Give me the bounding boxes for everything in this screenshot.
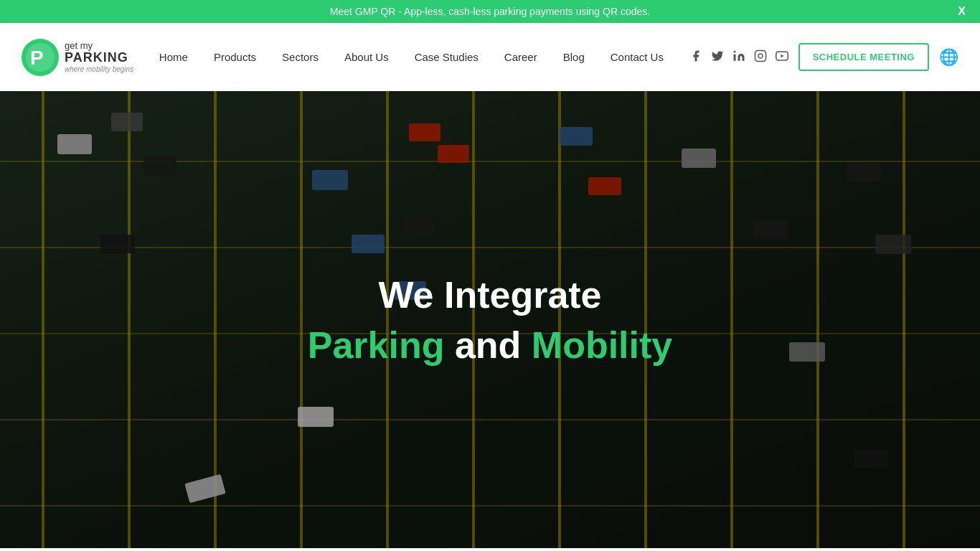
nav-right: SCHEDULE MEETING 🌐 [689,43,958,71]
hero-content: We Integrate Parking and Mobility [308,273,673,367]
nav-item-about-us[interactable]: About Us [331,44,402,70]
linkedin-icon[interactable] [732,50,745,65]
hero-section: We Integrate Parking and Mobility [0,91,980,548]
youtube-icon[interactable] [776,50,788,65]
facebook-icon[interactable] [689,50,702,65]
twitter-icon[interactable] [711,50,724,65]
nav-item-home[interactable]: Home [146,44,201,70]
hero-parking-word: Parking [308,324,445,366]
logo[interactable]: P get my PARKING where mobility begins [22,39,133,76]
announcement-bar: Meet GMP QR - App-less, cash-less parkin… [0,0,980,23]
social-icons [689,50,788,65]
nav-links: Home Products Sectors About Us Case Stud… [146,44,677,70]
nav-item-case-studies[interactable]: Case Studies [402,44,491,70]
instagram-icon[interactable] [754,50,767,65]
nav-item-blog[interactable]: Blog [550,44,598,70]
hero-line1: We Integrate [308,273,673,316]
hero-and-word: and [455,324,532,366]
svg-rect-4 [755,50,765,61]
globe-icon[interactable]: 🌐 [939,48,958,67]
nav-item-contact-us[interactable]: Contact Us [598,44,677,70]
hero-line2: Parking and Mobility [308,324,673,367]
schedule-meeting-button[interactable]: SCHEDULE MEETING [798,43,929,71]
svg-point-3 [733,50,735,52]
logo-text: get my PARKING where mobility begins [65,41,133,73]
svg-text:P: P [30,47,44,69]
navbar: P get my PARKING where mobility begins H… [0,23,980,91]
nav-item-career[interactable]: Career [491,44,550,70]
nav-item-sectors[interactable]: Sectors [269,44,331,70]
svg-marker-6 [781,54,783,57]
logo-icon: P [22,39,59,76]
hero-mobility-word: Mobility [532,324,672,366]
nav-item-products[interactable]: Products [201,44,269,70]
announcement-text: Meet GMP QR - App-less, cash-less parkin… [330,6,650,17]
announcement-close-button[interactable]: X [958,5,966,18]
